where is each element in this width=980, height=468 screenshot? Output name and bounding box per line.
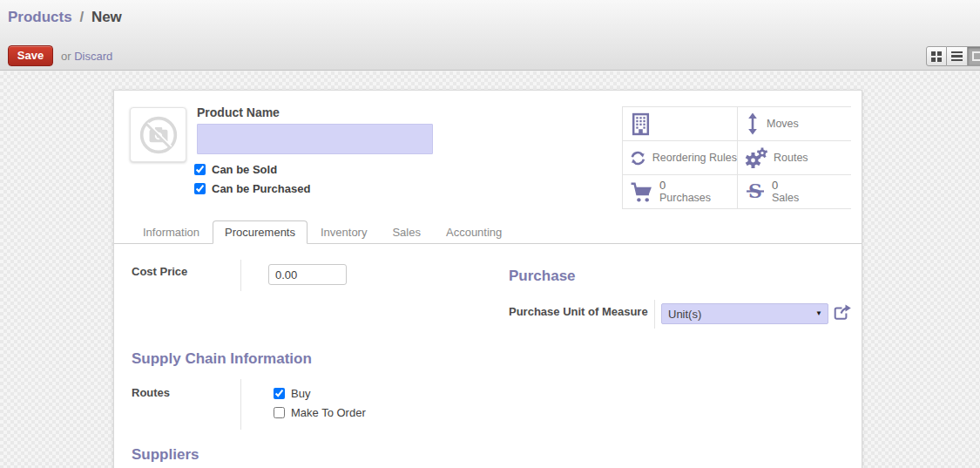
or-label: or <box>61 50 71 63</box>
route-buy-label: Buy <box>291 387 310 400</box>
save-button[interactable]: Save <box>8 45 53 66</box>
breadcrumb-separator: / <box>76 9 87 25</box>
can-be-sold-checkbox[interactable] <box>194 164 206 175</box>
view-switcher <box>926 46 980 66</box>
purchase-uom-label: Purchase Unit of Measure <box>509 305 648 318</box>
form-icon <box>972 51 980 61</box>
stat-label: Reordering Rules <box>652 152 737 164</box>
no-camera-icon <box>139 115 179 155</box>
sales-s-icon: S <box>745 180 766 203</box>
can-be-sold-row[interactable]: Can be Sold <box>194 159 310 179</box>
stat-button-sales[interactable]: S 0 Sales <box>738 175 852 208</box>
product-image-uploader[interactable] <box>130 107 186 162</box>
can-be-purchased-checkbox[interactable] <box>194 183 206 194</box>
suppliers-section-title: Suppliers <box>132 446 199 464</box>
stat-label: Moves <box>767 118 799 130</box>
form-tabs: Information Procurements Inventory Sales… <box>131 220 515 244</box>
routes-separator <box>240 379 241 430</box>
uom-separator <box>654 300 655 329</box>
kanban-icon <box>931 51 942 62</box>
supply-chain-section-title: Supply Chain Information <box>132 350 312 368</box>
cost-price-separator <box>240 260 241 291</box>
stat-button-purchases[interactable]: 0 Purchases <box>623 175 737 208</box>
stat-buttons-grid: Moves Reordering Rules <box>622 106 851 209</box>
stat-button-routes[interactable]: Routes <box>738 141 852 174</box>
stat-button-reordering-rules[interactable]: Reordering Rules <box>623 141 737 174</box>
breadcrumb: Products / New <box>8 9 122 26</box>
availability-checkboxes: Can be Sold Can be Purchased <box>194 159 310 198</box>
discard-area: or Discard <box>61 50 112 63</box>
list-view-button[interactable] <box>947 46 968 66</box>
purchase-section-title: Purchase <box>509 268 576 285</box>
routes-options: Buy Make To Order <box>274 383 366 422</box>
kanban-view-button[interactable] <box>926 46 947 66</box>
cost-price-input[interactable] <box>268 264 347 285</box>
tab-procurements[interactable]: Procurements <box>213 220 308 244</box>
building-icon <box>630 112 652 136</box>
purchases-count: 0 <box>659 180 711 192</box>
breadcrumb-current: New <box>91 9 122 25</box>
tab-information[interactable]: Information <box>131 220 212 244</box>
sales-count: 0 <box>772 180 799 192</box>
stat-label: Purchases <box>659 192 711 204</box>
purchase-uom-select-wrap: Unit(s) ▼ <box>661 303 828 324</box>
route-make-to-order-checkbox[interactable] <box>274 407 285 418</box>
route-buy-row[interactable]: Buy <box>274 383 366 403</box>
tab-inventory[interactable]: Inventory <box>308 220 379 244</box>
routes-label: Routes <box>132 386 170 399</box>
route-make-to-order-row[interactable]: Make To Order <box>274 403 366 422</box>
purchase-uom-select[interactable]: Unit(s) <box>661 303 828 324</box>
stat-label: Sales <box>772 192 799 204</box>
can-be-purchased-label: Can be Purchased <box>212 182 310 195</box>
can-be-sold-label: Can be Sold <box>212 163 277 176</box>
content-area: Product Name Can be Sold Can be Purchase… <box>0 71 980 468</box>
reordering-icon <box>630 147 646 169</box>
form-view-button[interactable] <box>968 46 980 66</box>
tab-accounting[interactable]: Accounting <box>434 220 514 244</box>
moves-icon <box>745 112 760 135</box>
stat-button-moves[interactable]: Moves <box>738 107 852 140</box>
route-buy-checkbox[interactable] <box>274 388 285 399</box>
list-icon <box>951 51 963 62</box>
open-record-icon[interactable] <box>834 304 851 321</box>
stat-label: Routes <box>774 152 808 164</box>
breadcrumb-products-link[interactable]: Products <box>8 9 72 25</box>
product-form-sheet: Product Name Can be Sold Can be Purchase… <box>113 90 862 468</box>
routes-gears-icon <box>745 146 767 169</box>
cart-icon <box>630 181 653 203</box>
top-bar: Products / New Save or Discard <box>0 0 980 71</box>
cost-price-label: Cost Price <box>132 265 187 278</box>
stat-button-company[interactable] <box>623 107 737 140</box>
discard-link[interactable]: Discard <box>74 50 112 63</box>
route-make-to-order-label: Make To Order <box>291 406 366 419</box>
tab-sales[interactable]: Sales <box>380 220 433 244</box>
product-name-label: Product Name <box>197 105 280 119</box>
product-name-input[interactable] <box>197 124 433 154</box>
can-be-purchased-row[interactable]: Can be Purchased <box>194 179 310 198</box>
